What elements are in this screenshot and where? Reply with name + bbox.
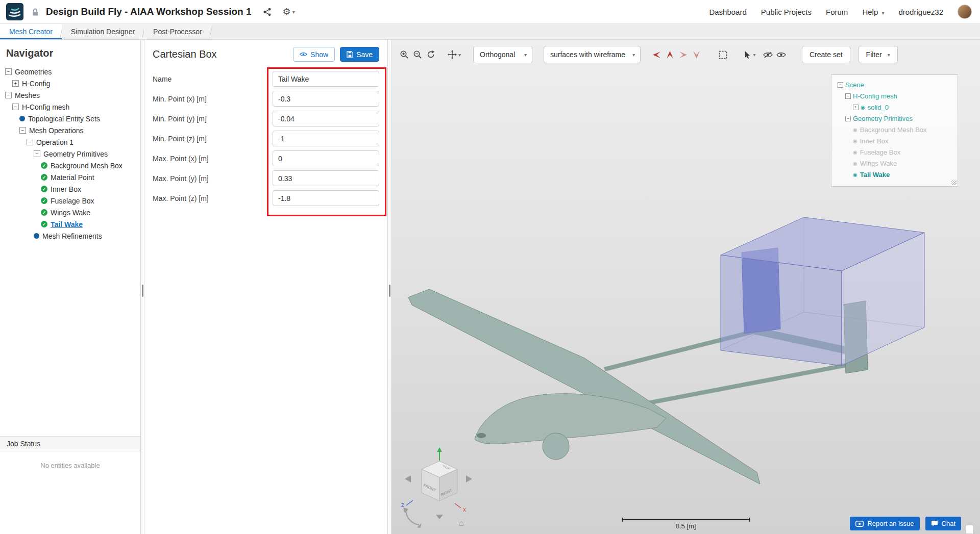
visibility-icon[interactable]: ◉: [853, 149, 857, 155]
navigator-item-h-config[interactable]: +H-Config: [0, 78, 140, 89]
expand-icon[interactable]: +: [853, 105, 859, 110]
view-preset-plane-icon[interactable]: [676, 48, 690, 61]
collapse-icon[interactable]: −: [34, 150, 40, 157]
max-point-y-m-input[interactable]: [273, 170, 379, 186]
navigator-item-h-config-mesh[interactable]: −H-Config mesh: [0, 101, 140, 113]
report-issue-button[interactable]: Report an issue: [850, 517, 919, 530]
home-view-icon[interactable]: ⌂: [459, 519, 464, 527]
collapse-icon[interactable]: −: [845, 93, 851, 99]
navigator-item-fuselage-box[interactable]: ✓Fuselage Box: [0, 195, 140, 207]
chat-button[interactable]: Chat: [925, 517, 961, 530]
roll-view-arrow[interactable]: [406, 511, 419, 525]
scene-item-fuselage-box[interactable]: ◉Fuselage Box: [835, 146, 954, 158]
scene-item-scene[interactable]: −Scene: [835, 79, 954, 90]
nav-public-projects[interactable]: Public Projects: [761, 8, 812, 16]
collapse-icon[interactable]: −: [12, 104, 19, 110]
share-icon[interactable]: [263, 8, 272, 16]
splitter-grip[interactable]: [389, 285, 390, 297]
navigator-item-meshes[interactable]: −Meshes: [0, 89, 140, 101]
navigator-item-wings-wake[interactable]: ✓Wings Wake: [0, 207, 140, 218]
nav-username[interactable]: drodriguez32: [898, 8, 943, 16]
visibility-icon[interactable]: ◉: [853, 172, 857, 177]
zoom-in-icon[interactable]: [398, 48, 411, 61]
scene-item-background-mesh-box[interactable]: ◉Background Mesh Box: [835, 124, 954, 135]
box-select-icon[interactable]: [716, 48, 729, 61]
min-point-y-m-input[interactable]: [273, 111, 379, 126]
visibility-icon[interactable]: ◉: [861, 105, 865, 110]
nav-help[interactable]: Help ▾: [862, 8, 884, 16]
check-icon: ✓: [41, 174, 47, 181]
project-settings-gear-icon[interactable]: ⚙▾: [283, 6, 295, 17]
filter-button[interactable]: Filter▾: [859, 46, 898, 63]
user-avatar[interactable]: [958, 5, 972, 19]
navigator-item-mesh-refinements[interactable]: Mesh Refinements: [0, 230, 140, 242]
report-icon: [855, 521, 864, 527]
collapse-icon[interactable]: −: [838, 82, 843, 88]
rotate-view-left-arrow[interactable]: [405, 475, 411, 482]
create-set-button[interactable]: Create set: [802, 46, 850, 63]
form-row-name: Name: [144, 69, 387, 89]
navigator-splitter[interactable]: [141, 40, 144, 534]
nav-dashboard[interactable]: Dashboard: [709, 8, 746, 16]
pan-tool-icon[interactable]: ▾: [445, 48, 464, 61]
view-preset-plane-icon[interactable]: [650, 48, 663, 61]
view-cube[interactable]: TOP FRONT RIGHT: [422, 461, 457, 501]
min-point-x-m-input[interactable]: [273, 91, 379, 107]
navigator-item-material-point[interactable]: ✓Material Point: [0, 171, 140, 183]
render-mode-select[interactable]: surfaces with wireframe▾: [544, 46, 641, 63]
scene-item-wings-wake[interactable]: ◉Wings Wake: [835, 158, 954, 169]
name-input[interactable]: [273, 71, 379, 87]
collapse-icon[interactable]: −: [19, 127, 26, 134]
show-all-icon[interactable]: [774, 48, 788, 61]
panel-splitter[interactable]: [388, 40, 391, 534]
resize-handle[interactable]: [951, 180, 957, 185]
scene-item-label: Scene: [845, 81, 864, 89]
hide-selection-icon[interactable]: [761, 48, 774, 61]
tree-item-label: Inner Box: [51, 185, 81, 193]
max-point-x-m-input[interactable]: [273, 150, 379, 166]
max-point-z-m-input[interactable]: [273, 190, 379, 206]
nav-forum[interactable]: Forum: [826, 8, 848, 16]
navigator-item-background-mesh-box[interactable]: ✓Background Mesh Box: [0, 160, 140, 171]
scene-item-inner-box[interactable]: ◉Inner Box: [835, 135, 954, 146]
save-button[interactable]: Save: [340, 47, 379, 62]
view-preset-plane-icon[interactable]: [690, 48, 703, 61]
form-row-min-point-y-m: Min. Point (y) [m]: [144, 109, 387, 129]
navigator-item-tail-wake[interactable]: ✓Tail Wake: [0, 218, 140, 230]
tab-mesh-creator[interactable]: Mesh Creator: [0, 24, 62, 39]
rotate-view-right-arrow[interactable]: [466, 475, 472, 482]
show-button[interactable]: Show: [293, 47, 335, 62]
job-status-header[interactable]: Job Status: [0, 436, 140, 451]
scene-item-h-config-mesh[interactable]: −H-Config mesh: [835, 90, 954, 101]
app-logo-icon[interactable]: [6, 3, 23, 20]
navigator-item-topological-entity-sets[interactable]: Topological Entity Sets: [0, 113, 140, 124]
tree-item-label: Mesh Operations: [29, 126, 84, 135]
tree-item-label: Mesh Refinements: [42, 232, 102, 240]
tab-simulation-designer[interactable]: Simulation Designer: [62, 24, 144, 39]
scene-item-solid-0[interactable]: +◉solid_0: [835, 101, 954, 113]
min-point-z-m-input[interactable]: [273, 131, 379, 146]
view-preset-plane-icon[interactable]: [663, 48, 676, 61]
expand-icon[interactable]: +: [12, 80, 19, 87]
navigator-item-mesh-operations[interactable]: −Mesh Operations: [0, 124, 140, 136]
projection-select[interactable]: Orthogonal▾: [473, 46, 532, 63]
reset-view-icon[interactable]: [424, 48, 437, 61]
navigator-item-operation-1[interactable]: −Operation 1: [0, 136, 140, 148]
visibility-icon[interactable]: ◉: [853, 161, 857, 166]
navigator-item-geometry-primitives[interactable]: −Geometry Primitives: [0, 148, 140, 160]
splitter-grip[interactable]: [142, 285, 143, 297]
zoom-out-icon[interactable]: [411, 48, 424, 61]
navigator-item-inner-box[interactable]: ✓Inner Box: [0, 183, 140, 195]
visibility-icon[interactable]: ◉: [853, 127, 857, 133]
tab-post-processor[interactable]: Post-Processor: [144, 24, 211, 39]
visibility-icon[interactable]: ◉: [853, 138, 857, 144]
navigator-item-geometries[interactable]: −Geometries: [0, 66, 140, 78]
collapse-icon[interactable]: −: [5, 68, 12, 75]
collapse-icon[interactable]: −: [845, 116, 851, 121]
rotate-view-down-arrow[interactable]: [436, 515, 443, 519]
collapse-icon[interactable]: −: [27, 139, 33, 145]
scene-item-geometry-primitives[interactable]: −Geometry Primitives: [835, 113, 954, 124]
collapse-icon[interactable]: −: [5, 92, 12, 98]
select-tool-icon[interactable]: ▾: [741, 48, 759, 61]
scene-item-tail-wake[interactable]: ◉Tail Wake: [835, 169, 954, 180]
